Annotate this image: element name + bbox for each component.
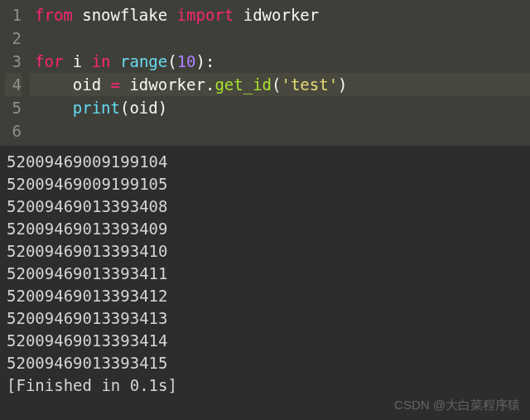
output-line: 52009469009199104	[7, 151, 523, 173]
output-line: 52009469013393413	[7, 307, 523, 330]
code-line[interactable]: for i in range(10):	[30, 50, 530, 73]
line-number: 1	[5, 3, 22, 27]
token-num: 10	[177, 52, 196, 70]
line-number: 4	[5, 73, 22, 96]
token-punc: (	[120, 99, 129, 117]
token-call: get_id	[214, 75, 272, 94]
output-line: 52009469013393412	[7, 285, 523, 307]
token-kw: from	[35, 6, 73, 24]
output-line: 52009469013393414	[7, 330, 523, 352]
line-number: 6	[5, 119, 22, 142]
token-fn: range	[120, 52, 167, 70]
output-line: 52009469013393409	[7, 218, 523, 240]
code-line[interactable]	[30, 119, 530, 142]
token-name	[35, 99, 73, 117]
token-fn: print	[73, 99, 120, 117]
output-line: 52009469009199105	[7, 173, 523, 196]
line-number: 3	[5, 50, 22, 73]
code-line[interactable]	[30, 27, 530, 50]
token-punc: )	[158, 99, 167, 117]
watermark: CSDN @大白菜程序猿	[394, 398, 520, 413]
code-line[interactable]: print(oid)	[30, 96, 530, 119]
output-line: 52009469013393411	[7, 263, 523, 285]
line-number-gutter: 123456	[0, 0, 30, 146]
token-name: idworker	[120, 75, 205, 94]
token-punc: .	[205, 75, 214, 94]
token-kw: import	[177, 6, 234, 24]
token-name: idworker	[234, 6, 319, 24]
line-number: 2	[5, 27, 22, 50]
token-punc: (	[167, 52, 176, 70]
token-name	[111, 52, 120, 70]
token-name: i	[63, 52, 91, 70]
token-kw: for	[35, 52, 63, 70]
token-name: snowflake	[73, 6, 177, 24]
code-line[interactable]: from snowflake import idworker	[30, 3, 530, 27]
line-number: 5	[5, 96, 22, 119]
code-area[interactable]: from snowflake import idworker for i in …	[30, 0, 530, 146]
code-editor[interactable]: 123456 from snowflake import idworker fo…	[0, 0, 530, 146]
token-kw: in	[92, 52, 111, 70]
output-line: 52009469013393410	[7, 240, 523, 263]
token-name: oid	[129, 99, 157, 117]
output-line: [Finished in 0.1s]	[7, 374, 523, 397]
output-line: 52009469013393415	[7, 352, 523, 374]
token-punc: (	[272, 75, 281, 94]
token-punc: )	[338, 75, 347, 94]
token-str: 'test'	[281, 75, 338, 94]
token-kw: =	[111, 75, 120, 94]
output-panel: 5200946900919910452009469009199105520094…	[0, 146, 530, 402]
token-punc: ):	[196, 52, 215, 70]
code-line[interactable]: oid = idworker.get_id('test')	[30, 73, 530, 96]
token-name: oid	[35, 75, 111, 94]
output-line: 52009469013393408	[7, 196, 523, 218]
